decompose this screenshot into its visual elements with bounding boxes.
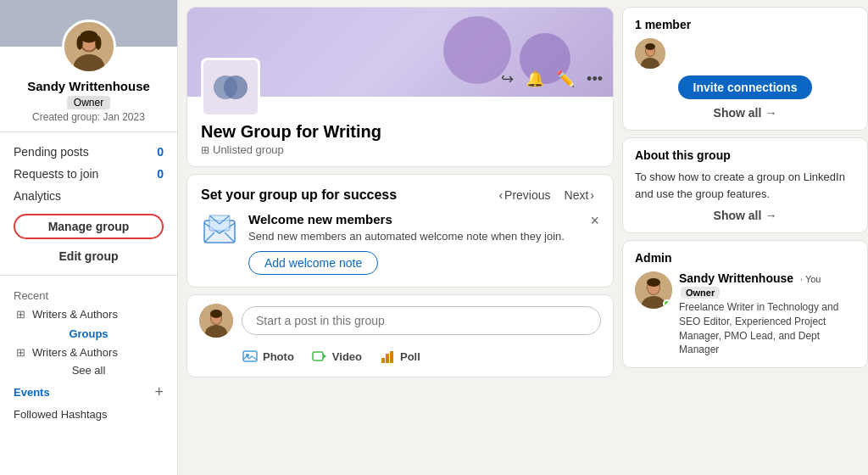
invite-connections-button[interactable]: Invite connections — [678, 75, 813, 99]
sidebar-divider-2 — [0, 275, 177, 276]
previous-button[interactable]: ‹ Previous — [493, 187, 555, 204]
members-card: 1 member Invite connections Show all → — [622, 7, 868, 131]
setup-text-area: Welcome new members Send new members an … — [248, 212, 580, 275]
groups-grid-icon: ⊞ — [14, 345, 27, 359]
group-name: New Group for Writing — [201, 122, 599, 142]
admin-name: Sandy Writtenhouse — [679, 271, 793, 285]
sidebar-user-name: Sandy Writtenhouse — [27, 79, 150, 93]
setup-header: Set your group up for success ‹ Previous… — [201, 187, 599, 204]
add-welcome-note-button[interactable]: Add welcome note — [248, 251, 378, 275]
svg-rect-21 — [386, 354, 389, 363]
poll-label: Poll — [400, 350, 420, 363]
manage-group-button[interactable]: Manage group — [14, 214, 164, 239]
avatar — [62, 20, 116, 74]
poll-button[interactable]: Poll — [379, 344, 420, 368]
about-text: To show how to create a group on LinkedI… — [635, 169, 855, 202]
video-button[interactable]: Video — [311, 344, 362, 368]
svg-point-5 — [76, 36, 82, 49]
video-icon — [311, 348, 328, 365]
member-avatar — [635, 38, 665, 69]
photo-icon — [242, 348, 259, 365]
show-all-about-link[interactable]: Show all → — [635, 209, 855, 222]
svg-point-32 — [647, 278, 660, 287]
sidebar-user-badge: Owner — [67, 96, 110, 109]
setup-item-title: Welcome new members — [248, 212, 580, 226]
requests-join-label: Requests to join — [14, 167, 98, 181]
next-label: Next — [565, 188, 589, 202]
chevron-right-icon: › — [590, 188, 594, 202]
next-button[interactable]: Next › — [559, 187, 599, 204]
setup-navigation: ‹ Previous Next › — [493, 187, 599, 204]
sidebar-item-requests-join[interactable]: Requests to join 0 — [10, 163, 167, 185]
sidebar-item-analytics[interactable]: Analytics — [10, 185, 167, 207]
svg-rect-22 — [390, 351, 393, 363]
group-type-label: Unlisted group — [213, 143, 284, 156]
svg-rect-16 — [243, 351, 257, 361]
sidebar-item-recent-writers[interactable]: ⊞ Writers & Authors — [0, 304, 177, 324]
admin-you-label: · You — [800, 274, 821, 284]
pending-posts-label: Pending posts — [14, 145, 89, 159]
left-sidebar: Sandy Writtenhouse Owner Created group: … — [0, 0, 178, 475]
svg-rect-20 — [381, 358, 385, 363]
bell-icon[interactable]: 🔔 — [526, 70, 544, 88]
setup-title: Set your group up for success — [201, 187, 397, 203]
main-content: ↪ 🔔 ✏️ ••• New Group for Writing ⊞ Unlis… — [178, 0, 622, 475]
admin-section-title: Admin — [635, 251, 855, 265]
events-add-icon[interactable]: + — [154, 383, 164, 401]
followed-hashtags-label: Followed Hashtags — [14, 408, 108, 421]
banner-actions: ↪ 🔔 ✏️ ••• — [501, 70, 603, 88]
photo-label: Photo — [263, 350, 294, 363]
recent-writers-label: Writers & Authors — [32, 308, 118, 321]
setup-content: Welcome new members Send new members an … — [201, 212, 599, 275]
setup-close-button[interactable]: × — [590, 212, 599, 230]
sidebar-item-groups-writers[interactable]: ⊞ Writers & Authors — [0, 342, 177, 362]
groups-writers-label: Writers & Authors — [32, 346, 118, 359]
admin-name-row: Sandy Writtenhouse · You Owner — [679, 271, 855, 299]
show-all-about-label: Show all — [714, 209, 762, 222]
members-title: 1 member — [635, 18, 855, 31]
events-label[interactable]: Events — [14, 386, 50, 399]
see-all-groups-link[interactable]: See all — [58, 362, 120, 380]
share-icon[interactable]: ↪ — [501, 70, 514, 88]
group-logo — [201, 58, 260, 117]
sidebar-item-pending-posts[interactable]: Pending posts 0 — [10, 141, 167, 163]
video-label: Video — [332, 350, 362, 363]
poll-icon — [379, 348, 396, 365]
post-input-field[interactable] — [242, 306, 601, 335]
photo-button[interactable]: Photo — [242, 344, 294, 368]
post-box-top — [199, 304, 601, 338]
events-row: Events + — [0, 380, 177, 405]
about-card: About this group To show how to create a… — [622, 137, 868, 233]
recent-section-label: Recent — [0, 284, 177, 304]
right-sidebar: 1 member Invite connections Show all → A… — [622, 0, 868, 475]
show-all-members-label: Show all — [714, 106, 762, 120]
more-options-icon[interactable]: ••• — [587, 70, 603, 88]
sidebar-divider-1 — [0, 131, 177, 132]
post-actions: Photo Video Poll — [199, 344, 601, 368]
post-user-avatar — [199, 304, 233, 338]
svg-point-6 — [95, 36, 101, 49]
admin-row: Sandy Writtenhouse · You Owner Freelance… — [635, 271, 855, 357]
analytics-label: Analytics — [14, 189, 61, 203]
admin-owner-badge: Owner — [681, 287, 720, 299]
sidebar-item-followed-hashtags[interactable]: Followed Hashtags — [0, 405, 177, 424]
group-card: ↪ 🔔 ✏️ ••• New Group for Writing ⊞ Unlis… — [186, 7, 614, 167]
about-title: About this group — [635, 148, 855, 162]
svg-rect-18 — [313, 352, 323, 360]
group-logo-inner — [209, 66, 252, 109]
setup-item-desc: Send new members an automated welcome no… — [248, 230, 580, 243]
group-type-icon: ⊞ — [201, 144, 209, 156]
edit-group-button[interactable]: Edit group — [59, 249, 119, 263]
requests-join-count: 0 — [157, 167, 164, 181]
edit-pencil-icon[interactable]: ✏️ — [556, 70, 575, 88]
svg-point-8 — [224, 75, 248, 99]
grid-icon: ⊞ — [14, 307, 27, 321]
admin-description: Freelance Writer in Technology and SEO E… — [679, 300, 855, 357]
envelope-icon — [201, 212, 238, 249]
show-all-about-arrow-icon: → — [765, 209, 776, 222]
post-box: Photo Video Poll — [186, 294, 614, 377]
show-all-arrow-icon: → — [765, 106, 776, 120]
pending-posts-count: 0 — [157, 145, 164, 159]
show-all-members-link[interactable]: Show all → — [635, 106, 855, 120]
sidebar-created-date: Created group: Jan 2023 — [32, 111, 145, 123]
